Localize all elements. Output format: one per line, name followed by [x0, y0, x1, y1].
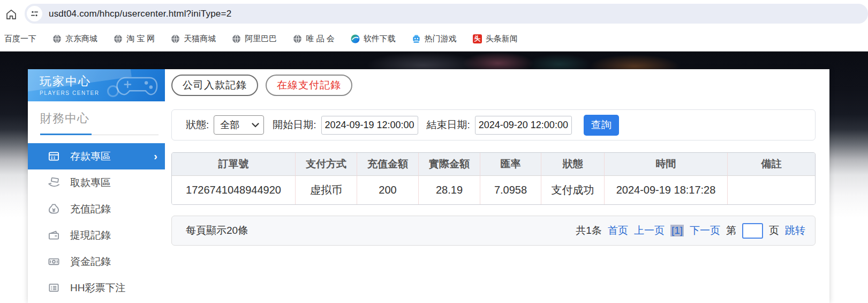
status-label: 狀態:: [186, 118, 209, 132]
globe-icon: [52, 34, 62, 43]
status-select[interactable]: 全部: [214, 115, 264, 135]
gamepad-icon: [116, 72, 160, 101]
sidebar-item-label: 提現記錄: [70, 228, 111, 242]
sidebar-item-label: HH彩票下注: [70, 281, 125, 295]
section-underline: [40, 134, 158, 135]
bookmark-alibaba[interactable]: 阿里巴巴: [232, 34, 277, 44]
bookmark-label: 热门游戏: [425, 34, 457, 44]
cell-recharge-amount: 200: [357, 176, 418, 204]
bookmark-taobao[interactable]: 淘 宝 网: [114, 34, 155, 44]
current-page-indicator: [1]: [670, 225, 684, 237]
jump-label-pre: 第: [726, 224, 736, 238]
column-header: 充值金額: [357, 153, 418, 176]
sidebar-item-label: 充值記錄: [70, 202, 111, 216]
bookmark-hot-games[interactable]: 热门游戏: [412, 34, 457, 44]
jump-link[interactable]: 跳转: [785, 224, 805, 238]
browser-topbar: usdt04.com/hhcp/usercenter.html?iniType=…: [0, 0, 868, 27]
table-row: 1726741048944920 虚拟币 200 28.19 7.0958 支付…: [172, 176, 815, 204]
sidebar-item-label: 資金記錄: [70, 255, 111, 269]
prev-page-link[interactable]: 上一页: [634, 224, 665, 238]
pagination-controls: 共1条 首页 上一页 [1] 下一页 第 页 跳转: [576, 223, 805, 239]
column-header: 實際金額: [418, 153, 480, 176]
jump-label-post: 页: [769, 224, 779, 238]
bookmark-label: 百度一下: [4, 34, 36, 44]
bookmark-jd[interactable]: 京东商城: [52, 34, 97, 44]
query-button[interactable]: 查詢: [584, 115, 619, 136]
filter-bar: 狀態: 全部 開始日期: 結束日期: 查詢: [171, 109, 816, 141]
cell-time: 2024-09-19 18:17:28: [604, 176, 727, 204]
sidebar-item-label: 存款專區: [70, 150, 111, 164]
finance-center-title: 財務中心: [40, 110, 158, 127]
globe-icon: [171, 34, 180, 43]
bookmark-tmall[interactable]: 天猫商城: [171, 34, 216, 44]
sidebar-header: 玩家中心 PLAYERS CENTER: [28, 69, 165, 101]
bookmark-label: 天猫商城: [184, 34, 216, 44]
sidebar-item-funds-records[interactable]: 資金記錄: [28, 248, 165, 275]
page-background: 玩家中心 PLAYERS CENTER 財務中心: [0, 51, 868, 303]
sidebar-item-withdraw-zone[interactable]: 取款專區: [28, 169, 165, 196]
chevron-down-icon: [252, 123, 259, 128]
start-date-label: 開始日期:: [273, 118, 316, 132]
sidebar-item-label: 取款專區: [70, 176, 111, 190]
sidebar-item-deposit-zone[interactable]: 存款專區 ›: [28, 143, 165, 169]
sidebar: 玩家中心 PLAYERS CENTER 財務中心: [28, 69, 165, 303]
sidebar-section: 財務中心: [28, 101, 165, 135]
cell-exchange-rate: 7.0958: [480, 176, 541, 204]
software-download-icon: [351, 34, 360, 43]
address-bar[interactable]: usdt04.com/hhcp/usercenter.html?iniType=…: [25, 4, 868, 24]
bookmark-vip[interactable]: 唯 品 会: [293, 34, 334, 44]
banknote-icon: [47, 255, 60, 268]
deposit-card-icon: [47, 150, 60, 163]
first-page-link[interactable]: 首页: [608, 224, 628, 238]
bookmark-label: 唯 品 会: [306, 34, 334, 44]
cell-remark: [727, 176, 815, 204]
site-settings-icon[interactable]: [27, 6, 42, 21]
url-text[interactable]: usdt04.com/hhcp/usercenter.html?iniType=…: [49, 9, 231, 19]
pagination-bar: 每頁顯示20條 共1条 首页 上一页 [1] 下一页 第 页 跳转: [171, 216, 816, 246]
cell-pay-method: 虚拟币: [295, 176, 357, 204]
main-content: 公司入款記錄 在線支付記錄 狀態: 全部 開始日期: 結束日期: 查詢: [165, 69, 829, 303]
bookmarks-bar: 百度一下 京东商城 淘 宝 网 天猫商城 阿里巴巴 唯 品 会: [0, 27, 868, 51]
wallet-icon: [47, 229, 60, 242]
tab-online-payment-records[interactable]: 在線支付記錄: [266, 75, 352, 96]
table-header-row: 訂單號 支付方式 充值金額 實際金額 匯率 狀態 時間 備註: [172, 153, 815, 176]
home-icon[interactable]: [5, 8, 18, 21]
column-header: 訂單號: [172, 153, 295, 176]
tab-company-deposit-records[interactable]: 公司入款記錄: [171, 75, 258, 96]
list-icon: [47, 282, 60, 294]
status-select-value: 全部: [220, 119, 252, 131]
column-header: 匯率: [480, 153, 541, 176]
page-number-input[interactable]: [742, 223, 763, 239]
chevron-right-icon: ›: [154, 150, 157, 162]
sidebar-item-recharge-records[interactable]: 充值記錄: [28, 196, 165, 222]
toutiao-icon: 头: [473, 34, 482, 43]
next-page-link[interactable]: 下一页: [690, 224, 720, 238]
start-date-input[interactable]: [321, 116, 418, 135]
payment-records-table: 訂單號 支付方式 充值金額 實際金額 匯率 狀態 時間 備註 172674104…: [171, 152, 816, 205]
globe-icon: [114, 34, 123, 43]
bookmark-toutiao-news[interactable]: 头 头条新闻: [473, 34, 518, 44]
cell-actual-amount: 28.19: [418, 176, 480, 204]
sidebar-item-hh-lottery-bets[interactable]: HH彩票下注: [28, 275, 165, 301]
sidebar-item-withdrawal-records[interactable]: 提現記錄: [28, 222, 165, 248]
bookmark-software-download[interactable]: 软件下载: [351, 34, 396, 44]
globe-icon: [293, 34, 302, 43]
bookmark-label: 京东商城: [65, 34, 97, 44]
bookmark-label: 淘 宝 网: [126, 34, 155, 44]
money-bag-icon: [47, 203, 60, 216]
column-header: 支付方式: [295, 153, 357, 176]
globe-icon: [232, 34, 241, 43]
column-header: 狀態: [541, 153, 604, 176]
bookmark-label: 阿里巴巴: [245, 34, 277, 44]
end-date-label: 結束日期:: [427, 118, 470, 132]
sidebar-menu: 存款專區 › 取款專區: [28, 143, 165, 301]
column-header: 時間: [604, 153, 727, 176]
withdraw-hand-icon: [47, 176, 60, 189]
cell-status: 支付成功: [541, 176, 604, 204]
record-tabs: 公司入款記錄 在線支付記錄: [171, 75, 829, 96]
bookmark-baidu[interactable]: 百度一下: [4, 34, 36, 44]
per-page-text: 每頁顯示20條: [186, 224, 248, 238]
user-center-panel: 玩家中心 PLAYERS CENTER 財務中心: [28, 69, 829, 303]
end-date-input[interactable]: [475, 116, 572, 135]
bookmark-label: 头条新闻: [486, 34, 518, 44]
